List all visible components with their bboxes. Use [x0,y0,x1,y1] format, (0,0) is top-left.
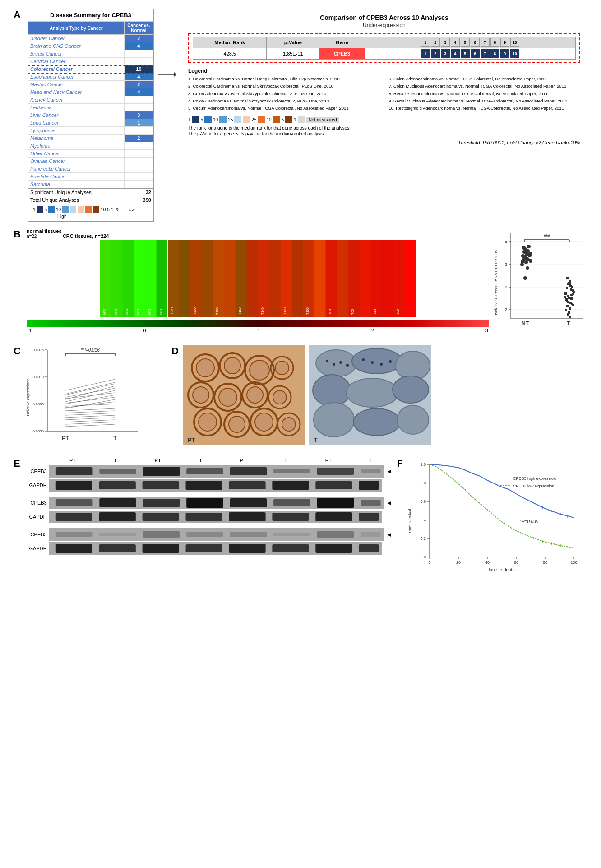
cancer-name-cell: Lymphoma [28,127,124,135]
svg-rect-198 [143,531,180,538]
cancer-count-cell [124,150,153,158]
blot-label-gapdh-2: GAPDH [24,514,47,520]
svg-text:T: T [113,435,117,441]
heatmap-area: normal tissues n=22 CRC tissues, n=224 N… [27,228,489,333]
svg-line-104 [65,420,115,422]
heatmap-col-label: T40 [374,309,377,315]
disease-table-row: Brain and CNS Cancer4 [28,42,153,50]
svg-text:***: *** [544,233,550,240]
survival-svg: Cum Survival 0.0 0.2 0.4 [407,458,587,584]
disease-table: Analysis Type by Cancer Cancer vs. Norma… [28,21,153,188]
svg-point-141 [316,350,356,377]
heatmap-column [314,240,326,317]
cancer-count-cell: 2 [124,35,153,42]
legend-box: 1 5 10 10 5 1 % Low High [28,204,153,221]
svg-line-96 [65,404,115,406]
svg-text:2: 2 [505,262,507,267]
svg-point-145 [346,378,398,407]
heatmap-col-label: T120 [283,307,287,315]
svg-rect-58 [570,288,572,291]
svg-point-36 [527,245,531,248]
blot-label-cpeb3-3: CPEB3 [24,532,47,537]
heatmap-column [258,240,269,317]
disease-table-row: Lung Cancer1 [28,119,153,127]
heatmap-col-label: NT2 [148,309,151,315]
blot-image-gapdh-1 [49,479,382,492]
svg-rect-173 [229,481,265,489]
blot-row-cpeb3-3: CPEB3 [24,528,393,541]
panel-c-svg: Relative expressions 0.0000 0.0005 0.001… [25,345,151,449]
svg-point-153 [346,364,349,367]
svg-point-149 [397,405,429,434]
legend-col-right: 6. Colon Adenocarcinoma vs. Normal TCGA … [388,76,580,112]
blot-arrow-2: ◄ [386,499,393,506]
cancer-count-cell [124,96,153,104]
cancer-count-cell: 2 [124,135,153,142]
footer-value: 32 [146,190,151,195]
comparison-subtitle: Under-expression [188,22,580,28]
cancer-name-cell: Melanoma [28,135,124,142]
footer-row: Significant Unique Analyses32 [28,189,153,196]
svg-rect-174 [272,481,309,490]
heatmap-column [179,240,190,317]
normal-n-label: n=22 [27,234,63,239]
svg-rect-160 [56,467,93,475]
svg-text:*P=0.016: *P=0.016 [81,348,100,353]
panel-e: E PT T PT T PT T PT T [14,458,393,556]
svg-text:-2: -2 [504,307,507,312]
cancer-name-cell: Ovarian Cancer [28,158,124,165]
svg-text:80: 80 [543,560,547,565]
blot-row-gapdh-1: GAPDH [24,479,393,492]
panel-d-images: PT [183,345,431,445]
disease-table-row: Sarcoma [28,181,153,188]
heatmap-column [134,240,145,317]
analysis-square-data: 2 [431,49,440,58]
blot-arrow-3: ◄ [386,531,393,538]
heatmap-column [201,240,213,317]
blot-label-gapdh-1: GAPDH [24,483,47,488]
cancer-name-cell: Brain and CNS Cancer [28,42,124,50]
svg-rect-209 [229,544,265,553]
heatmap-colorbar [27,320,489,327]
cancer-name-cell: Pancreatic Cancer [28,165,124,173]
heatmap-svg: NT6NT5NT4NT3NT2NT1T220T200T180T160T140T1… [27,240,489,317]
comparison-title: Comparison of CPEB3 Across 10 Analyses [188,14,580,21]
crc-tissues-label: CRC tissues, n=224 [63,233,489,239]
svg-line-100 [65,415,115,418]
svg-rect-200 [230,532,267,537]
analysis-square-data: 1 [421,49,430,58]
cancer-count-cell: 2 [124,81,153,88]
svg-text:T: T [314,436,318,444]
svg-text:40: 40 [485,560,490,565]
svg-point-120 [250,360,269,380]
svg-rect-189 [142,513,179,521]
panel-b-label: B [14,228,21,240]
svg-point-154 [362,358,365,361]
blot-label-gapdh-3: GAPDH [24,546,47,551]
svg-text:0.4: 0.4 [420,518,426,522]
svg-rect-43 [566,277,569,279]
panel-c-chart: Relative expressions 0.0000 0.0005 0.001… [25,345,160,451]
disease-table-row: Melanoma2 [28,135,153,142]
svg-rect-201 [273,533,310,536]
svg-point-136 [255,413,273,431]
svg-text:Relative expressions: Relative expressions [26,378,30,416]
blot-column-headers: PT T PT T PT T PT T [51,458,393,463]
svg-rect-70 [570,297,573,300]
heatmap-column [370,240,382,317]
svg-line-95 [65,399,115,408]
svg-text:0.8: 0.8 [420,481,426,485]
legend-item: 8. Rectal Adenocarcinoma vs. Normal TCGA… [388,91,580,97]
svg-rect-190 [185,513,222,521]
heatmap-column [393,240,405,317]
svg-rect-56 [572,293,574,295]
svg-text:1.0: 1.0 [420,462,426,467]
analysis-square-data: 7 [481,49,490,58]
svg-rect-210 [272,544,309,552]
svg-rect-185 [361,500,381,506]
pt-histology-image: PT [183,345,305,445]
blot-image-gapdh-2 [49,511,382,523]
cancer-name-cell: Esophageal Cancer [28,73,124,81]
cancer-count-cell: 10 [124,65,153,73]
svg-rect-170 [99,481,135,489]
